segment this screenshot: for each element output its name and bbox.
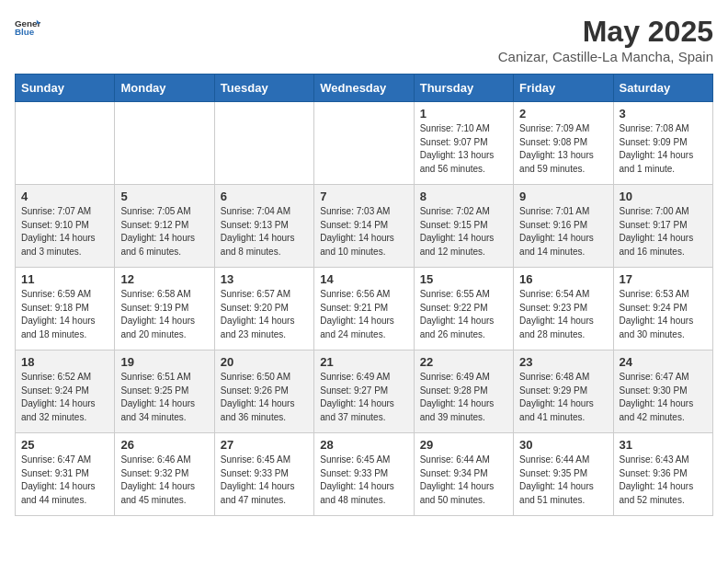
calendar-cell: 20Sunrise: 6:50 AM Sunset: 9:26 PM Dayli… — [214, 350, 313, 433]
calendar-cell: 9Sunrise: 7:01 AM Sunset: 9:16 PM Daylig… — [514, 185, 613, 268]
cell-detail: Sunrise: 6:47 AM Sunset: 9:31 PM Dayligh… — [21, 454, 108, 507]
day-number: 10 — [620, 190, 707, 203]
cell-detail: Sunrise: 6:52 AM Sunset: 9:24 PM Dayligh… — [21, 371, 108, 424]
column-header-saturday: Saturday — [613, 75, 712, 102]
calendar-cell: 26Sunrise: 6:46 AM Sunset: 9:32 PM Dayli… — [115, 433, 214, 516]
cell-detail: Sunrise: 6:58 AM Sunset: 9:19 PM Dayligh… — [120, 288, 208, 341]
cell-detail: Sunrise: 6:50 AM Sunset: 9:26 PM Dayligh… — [221, 371, 308, 424]
cell-detail: Sunrise: 7:03 AM Sunset: 9:14 PM Dayligh… — [320, 205, 407, 259]
calendar-cell — [16, 102, 115, 185]
day-number: 4 — [21, 190, 108, 203]
day-number: 7 — [320, 190, 407, 203]
calendar-cell — [115, 102, 214, 185]
calendar-cell — [214, 102, 313, 185]
calendar-cell: 19Sunrise: 6:51 AM Sunset: 9:25 PM Dayli… — [115, 350, 214, 433]
calendar-cell: 18Sunrise: 6:52 AM Sunset: 9:24 PM Dayli… — [16, 350, 115, 433]
calendar-cell: 27Sunrise: 6:45 AM Sunset: 9:33 PM Dayli… — [214, 433, 313, 516]
cell-detail: Sunrise: 6:47 AM Sunset: 9:30 PM Dayligh… — [620, 371, 707, 424]
calendar-cell: 16Sunrise: 6:54 AM Sunset: 9:23 PM Dayli… — [514, 268, 613, 350]
day-number: 24 — [620, 355, 707, 369]
cell-detail: Sunrise: 6:51 AM Sunset: 9:25 PM Dayligh… — [120, 371, 208, 424]
cell-detail: Sunrise: 6:48 AM Sunset: 9:29 PM Dayligh… — [519, 371, 607, 424]
column-header-wednesday: Wednesday — [314, 75, 414, 102]
sub-title: Canizar, Castille-La Mancha, Spain — [498, 49, 713, 64]
calendar-cell: 15Sunrise: 6:55 AM Sunset: 9:22 PM Dayli… — [414, 268, 513, 350]
cell-detail: Sunrise: 7:01 AM Sunset: 9:16 PM Dayligh… — [519, 205, 607, 259]
day-number: 28 — [320, 438, 407, 452]
cell-detail: Sunrise: 6:44 AM Sunset: 9:35 PM Dayligh… — [519, 454, 607, 507]
cell-detail: Sunrise: 7:07 AM Sunset: 9:10 PM Dayligh… — [21, 205, 108, 259]
calendar-cell: 4Sunrise: 7:07 AM Sunset: 9:10 PM Daylig… — [16, 185, 115, 268]
calendar-cell: 8Sunrise: 7:02 AM Sunset: 9:15 PM Daylig… — [414, 185, 513, 268]
calendar-cell: 25Sunrise: 6:47 AM Sunset: 9:31 PM Dayli… — [16, 433, 115, 516]
day-number: 22 — [420, 355, 507, 369]
calendar-body: 1Sunrise: 7:10 AM Sunset: 9:07 PM Daylig… — [16, 102, 713, 516]
day-number: 14 — [320, 272, 407, 286]
calendar-cell: 23Sunrise: 6:48 AM Sunset: 9:29 PM Dayli… — [514, 350, 613, 433]
calendar-cell: 1Sunrise: 7:10 AM Sunset: 9:07 PM Daylig… — [414, 102, 513, 185]
logo: General Blue — [15, 15, 40, 40]
logo-icon: General Blue — [15, 15, 40, 40]
calendar-cell: 2Sunrise: 7:09 AM Sunset: 9:08 PM Daylig… — [514, 102, 613, 185]
cell-detail: Sunrise: 7:00 AM Sunset: 9:17 PM Dayligh… — [620, 205, 707, 259]
day-number: 18 — [21, 355, 108, 369]
calendar-cell: 29Sunrise: 6:44 AM Sunset: 9:34 PM Dayli… — [414, 433, 513, 516]
day-number: 5 — [120, 190, 208, 203]
cell-detail: Sunrise: 6:57 AM Sunset: 9:20 PM Dayligh… — [221, 288, 308, 341]
day-number: 25 — [21, 438, 108, 452]
svg-text:Blue: Blue — [15, 27, 35, 37]
week-row-5: 25Sunrise: 6:47 AM Sunset: 9:31 PM Dayli… — [16, 433, 713, 516]
header: General Blue May 2025 Canizar, Castille-… — [15, 15, 713, 64]
calendar-cell — [314, 102, 414, 185]
calendar-cell: 6Sunrise: 7:04 AM Sunset: 9:13 PM Daylig… — [214, 185, 313, 268]
day-number: 23 — [519, 355, 607, 369]
cell-detail: Sunrise: 6:59 AM Sunset: 9:18 PM Dayligh… — [21, 288, 108, 341]
cell-detail: Sunrise: 6:46 AM Sunset: 9:32 PM Dayligh… — [120, 454, 208, 507]
main-title: May 2025 — [498, 15, 713, 49]
calendar-table: SundayMondayTuesdayWednesdayThursdayFrid… — [15, 74, 713, 516]
day-number: 27 — [221, 438, 308, 452]
column-header-sunday: Sunday — [16, 75, 115, 102]
cell-detail: Sunrise: 6:56 AM Sunset: 9:21 PM Dayligh… — [320, 288, 407, 341]
calendar-cell: 3Sunrise: 7:08 AM Sunset: 9:09 PM Daylig… — [613, 102, 712, 185]
week-row-3: 11Sunrise: 6:59 AM Sunset: 9:18 PM Dayli… — [16, 268, 713, 350]
week-row-2: 4Sunrise: 7:07 AM Sunset: 9:10 PM Daylig… — [16, 185, 713, 268]
column-header-monday: Monday — [115, 75, 214, 102]
calendar-cell: 14Sunrise: 6:56 AM Sunset: 9:21 PM Dayli… — [314, 268, 414, 350]
calendar-cell: 21Sunrise: 6:49 AM Sunset: 9:27 PM Dayli… — [314, 350, 414, 433]
day-number: 2 — [519, 107, 607, 121]
cell-detail: Sunrise: 6:44 AM Sunset: 9:34 PM Dayligh… — [420, 454, 507, 507]
calendar-cell: 10Sunrise: 7:00 AM Sunset: 9:17 PM Dayli… — [613, 185, 712, 268]
day-number: 26 — [120, 438, 208, 452]
day-number: 15 — [420, 272, 507, 286]
day-number: 17 — [620, 272, 707, 286]
day-number: 3 — [620, 107, 707, 121]
day-number: 13 — [221, 272, 308, 286]
title-area: May 2025 Canizar, Castille-La Mancha, Sp… — [498, 15, 713, 64]
day-number: 9 — [519, 190, 607, 203]
column-header-friday: Friday — [514, 75, 613, 102]
calendar-cell: 17Sunrise: 6:53 AM Sunset: 9:24 PM Dayli… — [613, 268, 712, 350]
day-number: 19 — [120, 355, 208, 369]
day-number: 12 — [120, 272, 208, 286]
day-number: 20 — [221, 355, 308, 369]
day-number: 1 — [420, 107, 507, 121]
cell-detail: Sunrise: 7:05 AM Sunset: 9:12 PM Dayligh… — [120, 205, 208, 259]
cell-detail: Sunrise: 6:55 AM Sunset: 9:22 PM Dayligh… — [420, 288, 507, 341]
cell-detail: Sunrise: 6:49 AM Sunset: 9:28 PM Dayligh… — [420, 371, 507, 424]
calendar-cell: 31Sunrise: 6:43 AM Sunset: 9:36 PM Dayli… — [613, 433, 712, 516]
day-number: 16 — [519, 272, 607, 286]
cell-detail: Sunrise: 6:53 AM Sunset: 9:24 PM Dayligh… — [620, 288, 707, 341]
week-row-4: 18Sunrise: 6:52 AM Sunset: 9:24 PM Dayli… — [16, 350, 713, 433]
day-number: 8 — [420, 190, 507, 203]
calendar-cell: 7Sunrise: 7:03 AM Sunset: 9:14 PM Daylig… — [314, 185, 414, 268]
cell-detail: Sunrise: 6:49 AM Sunset: 9:27 PM Dayligh… — [320, 371, 407, 424]
column-header-thursday: Thursday — [414, 75, 513, 102]
day-number: 6 — [221, 190, 308, 203]
calendar-cell: 13Sunrise: 6:57 AM Sunset: 9:20 PM Dayli… — [214, 268, 313, 350]
day-number: 30 — [519, 438, 607, 452]
calendar-cell: 12Sunrise: 6:58 AM Sunset: 9:19 PM Dayli… — [115, 268, 214, 350]
cell-detail: Sunrise: 7:08 AM Sunset: 9:09 PM Dayligh… — [620, 122, 707, 176]
cell-detail: Sunrise: 6:45 AM Sunset: 9:33 PM Dayligh… — [221, 454, 308, 507]
calendar-cell: 24Sunrise: 6:47 AM Sunset: 9:30 PM Dayli… — [613, 350, 712, 433]
